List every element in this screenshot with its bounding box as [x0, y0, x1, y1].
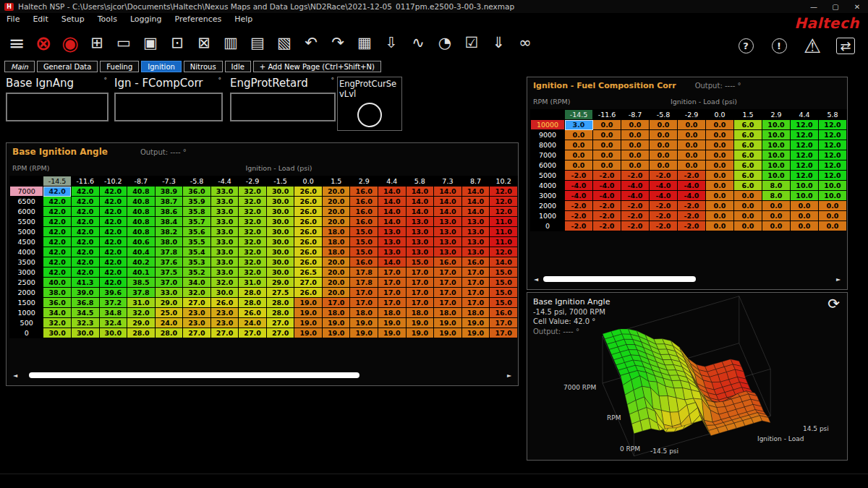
table-cell[interactable]: 0.0: [621, 120, 650, 130]
table-cell[interactable]: 32.0: [127, 308, 156, 318]
table-cell[interactable]: 32.3: [71, 318, 99, 328]
col-header[interactable]: 2.9: [762, 110, 791, 120]
table-cell[interactable]: 37.2: [99, 298, 127, 308]
table-cell[interactable]: 35.6: [183, 227, 211, 237]
table-cell[interactable]: 13.0: [378, 227, 407, 237]
scroll-thumb[interactable]: [29, 372, 359, 378]
table-cell[interactable]: 10.0: [762, 160, 791, 171]
menu-tools[interactable]: Tools: [91, 14, 124, 24]
scroll-left-arrow[interactable]: ◄: [532, 276, 540, 283]
table-cell[interactable]: 30.0: [266, 217, 294, 227]
table-cell[interactable]: 6.0: [734, 171, 762, 181]
col-header[interactable]: 5.8: [406, 176, 434, 187]
table-cell[interactable]: 42.0: [99, 247, 127, 257]
table-cell[interactable]: -2.0: [565, 211, 593, 221]
table-cell[interactable]: 19.0: [350, 318, 378, 328]
table-cell[interactable]: 37.0: [155, 278, 183, 288]
table-cell[interactable]: 42.0: [99, 237, 127, 247]
col-header[interactable]: -14.5: [43, 176, 72, 187]
table-cell[interactable]: -4.0: [678, 191, 706, 201]
table-cell[interactable]: 17.0: [350, 288, 378, 298]
table-cell[interactable]: -2.0: [678, 211, 706, 221]
table-cell[interactable]: 20.0: [322, 187, 350, 197]
table-cell[interactable]: 42.0: [99, 267, 127, 278]
table-cell[interactable]: 14.0: [378, 257, 407, 267]
table-cell[interactable]: 37.5: [155, 267, 183, 278]
row-header[interactable]: 3000: [10, 267, 43, 278]
warning-icon[interactable]: ⚠: [800, 32, 825, 59]
table-cell[interactable]: 0.0: [678, 130, 706, 140]
table-cell[interactable]: 42.0: [71, 227, 99, 237]
table-cell[interactable]: 40.1: [127, 267, 156, 278]
table-cell[interactable]: 39.0: [71, 288, 99, 298]
row-header[interactable]: 4500: [10, 237, 43, 247]
col-header[interactable]: 1.5: [734, 110, 762, 120]
table-cell[interactable]: 18.0: [322, 308, 350, 318]
table-cell[interactable]: 28.0: [239, 298, 267, 308]
menu-preferences[interactable]: Preferences: [169, 14, 229, 24]
table-cell[interactable]: 17.0: [378, 267, 407, 278]
table-cell[interactable]: 13.0: [378, 247, 407, 257]
menu-file[interactable]: File: [0, 14, 26, 24]
table-cell[interactable]: 26.0: [294, 197, 323, 207]
table-cell[interactable]: 16.0: [350, 217, 378, 227]
row-header[interactable]: 7000: [531, 150, 565, 160]
row-header[interactable]: 3500: [10, 257, 43, 267]
table-cell[interactable]: 11.0: [490, 237, 518, 247]
table-cell[interactable]: 10.0: [762, 130, 791, 140]
table-cell[interactable]: 18.0: [322, 227, 350, 237]
table-cell[interactable]: 16.0: [490, 308, 518, 318]
table-cell[interactable]: 42.0: [99, 257, 127, 267]
redo-icon[interactable]: ↷: [326, 29, 350, 56]
table-cell[interactable]: -2.0: [565, 221, 593, 231]
row-header[interactable]: 6000: [531, 160, 565, 171]
table-cell[interactable]: 19.0: [406, 328, 434, 338]
table-cell[interactable]: 42.0: [71, 217, 99, 227]
table-cell[interactable]: 13.0: [434, 217, 462, 227]
table-cell[interactable]: 42.0: [71, 257, 99, 267]
row-header[interactable]: 9000: [531, 130, 565, 140]
table-cell[interactable]: 42.0: [71, 187, 99, 197]
col-header[interactable]: -4.4: [210, 176, 239, 187]
table-cell[interactable]: 38.2: [155, 227, 183, 237]
table-cell[interactable]: 33.0: [210, 227, 239, 237]
table-cell[interactable]: 30.0: [266, 257, 294, 267]
table-cell[interactable]: 30.0: [266, 267, 294, 278]
table-cell[interactable]: 14.0: [434, 207, 462, 217]
table-cell[interactable]: 17.0: [461, 288, 490, 298]
table-cell[interactable]: 17.0: [461, 298, 490, 308]
help-icon[interactable]: ?: [733, 32, 758, 59]
col-header[interactable]: -2.9: [678, 110, 706, 120]
scroll-right-arrow[interactable]: ►: [834, 276, 843, 283]
table-cell[interactable]: 0.0: [706, 201, 734, 211]
table-cell[interactable]: 11.0: [490, 227, 518, 237]
table-export-icon[interactable]: ⇩: [379, 29, 404, 56]
row-header[interactable]: 500: [10, 318, 43, 328]
table-cell[interactable]: 33.0: [210, 267, 239, 278]
row-header[interactable]: 4000: [10, 247, 43, 257]
table-cell[interactable]: -2.0: [650, 221, 678, 231]
table-cell[interactable]: 12.0: [819, 150, 847, 160]
table-cell[interactable]: 42.0: [43, 207, 72, 217]
table-cell[interactable]: 17.0: [490, 318, 518, 328]
scroll-track[interactable]: [540, 275, 834, 283]
table-cell[interactable]: 39.6: [99, 288, 127, 298]
table-cell[interactable]: 19.0: [294, 298, 323, 308]
table-cell[interactable]: 6.0: [734, 160, 762, 171]
table-cell[interactable]: 38.7: [155, 197, 183, 207]
table-cell[interactable]: 26.0: [294, 288, 323, 298]
table-cell[interactable]: 0.0: [706, 211, 734, 221]
table-cell[interactable]: 30.0: [71, 328, 99, 338]
table-cell[interactable]: 42.0: [99, 278, 127, 288]
row-header[interactable]: 5000: [531, 171, 565, 181]
datalog-reel-icon[interactable]: ∞: [513, 29, 537, 56]
table-cell[interactable]: 20.0: [322, 197, 350, 207]
table-cell[interactable]: 23.0: [183, 308, 211, 318]
table-cell[interactable]: 0.0: [650, 150, 678, 160]
table-cell[interactable]: 28.0: [266, 308, 294, 318]
table-cell[interactable]: 11.0: [490, 217, 518, 227]
table-cell[interactable]: 17.0: [461, 278, 490, 288]
table-cell[interactable]: 15.0: [490, 278, 518, 288]
clipboard-icon[interactable]: ▧: [272, 29, 297, 56]
table-cell[interactable]: 36.0: [183, 187, 211, 197]
